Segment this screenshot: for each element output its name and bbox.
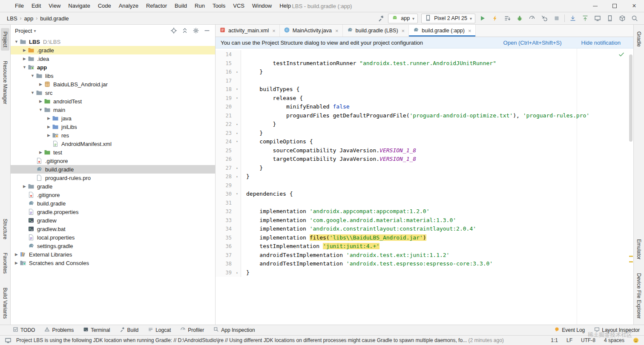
tree-toggle-icon[interactable]: ▶ [13,252,20,257]
tool-button-layout-inspector[interactable]: Layout Inspector [594,327,640,334]
update-project-button[interactable] [567,14,578,23]
tree-item-gradlew-bat[interactable]: gradlew.bat [11,225,215,233]
line-number[interactable]: 15 [216,59,233,68]
tree-toggle-icon[interactable]: ▼ [29,91,36,95]
apply-code-changes-button[interactable] [502,14,512,23]
fold-marker-icon[interactable]: ▴ [233,120,241,129]
tree-item-baidulbs-android-jar[interactable]: ▶BaiduLBS_Android.jar [11,80,215,88]
tab-close-icon[interactable]: × [402,28,405,34]
tree-item-gradle-properties[interactable]: gradle.properties [11,208,215,216]
fold-marker-icon[interactable]: ▾ [233,190,241,199]
line-number[interactable]: 27 [216,164,233,173]
search-everywhere-button[interactable] [629,14,640,23]
tool-window-button-device-file-explorer[interactable]: Device File Explorer [635,270,643,322]
tree-item-src[interactable]: ▼src [11,88,215,97]
line-number[interactable]: 38 [216,259,233,268]
warning-stripe-mark[interactable] [629,256,633,257]
menu-build[interactable]: Build [171,0,191,12]
tool-window-switcher-icon[interactable] [4,336,12,344]
menu-file[interactable]: File [11,0,28,12]
code-line[interactable]: 29 [216,181,633,190]
tree-toggle-icon[interactable]: ▶ [46,133,52,137]
code-line[interactable]: 35 implementation files('libs\\BaiduLBS_… [216,234,633,242]
tree-toggle-icon[interactable]: ▶ [13,261,20,265]
code-line[interactable]: 16▴ } [216,68,633,77]
tool-window-button-resource-manager[interactable]: Resource Manager [1,57,9,108]
tree-item-libs[interactable]: ▼libs [11,71,215,80]
code-line[interactable]: 18▾ buildTypes { [216,85,633,94]
line-number[interactable]: 30 [216,190,233,199]
breadcrumb-build-gradle[interactable]: build.gradle [39,15,69,22]
line-number[interactable]: 33 [216,216,233,225]
fold-marker-icon[interactable]: ▴ [233,68,241,77]
tree-toggle-icon[interactable]: ▶ [37,99,44,103]
close-button[interactable]: × [624,0,644,12]
tree-toggle-icon[interactable]: ▶ [21,184,28,188]
fold-marker-icon[interactable]: ▴ [233,164,241,173]
code-line[interactable]: 14 [216,50,633,59]
tab-close-icon[interactable]: × [335,28,339,34]
line-number[interactable]: 34 [216,225,233,234]
menu-window[interactable]: Window [248,0,276,12]
tree-item-settings-gradle[interactable]: settings.gradle [11,242,215,250]
sdk-manager-button[interactable] [617,14,627,23]
editor-tab-activity-main-xml[interactable]: activity_main.xml× [216,25,280,37]
code-line[interactable]: 38 androidTestImplementation 'androidx.t… [216,259,633,268]
tree-item-gitignore[interactable]: .gitignore [11,157,215,165]
line-number[interactable]: 23 [216,129,233,138]
fold-marker-icon[interactable]: ▴ [233,129,241,138]
tool-window-button-structure[interactable]: Structure [1,215,9,243]
tool-button-problems[interactable]: Problems [44,327,74,334]
tree-toggle-icon[interactable]: ▶ [46,125,52,129]
tree-item-gradle[interactable]: ▶.gradle [11,46,215,54]
commit-button[interactable] [580,14,590,23]
device-select[interactable]: Pixel 2 API 25 ▾ [421,14,475,23]
line-number[interactable]: 35 [216,234,233,242]
menu-navigate[interactable]: Navigate [64,0,94,12]
tool-button-profiler[interactable]: Profiler [180,327,204,334]
code-line[interactable]: 36 testImplementation 'junit:junit:4.+' [216,242,633,251]
tree-item-gitignore[interactable]: .gitignore [11,191,215,199]
tree-item-androidtest[interactable]: ▶androidTest [11,97,215,105]
maximize-button[interactable] [605,0,624,12]
editor-scrollbar[interactable] [629,54,632,142]
layout-inspector-button[interactable] [592,14,603,23]
menu-refactor[interactable]: Refactor [142,0,171,12]
tree-toggle-icon[interactable]: ▼ [13,40,20,44]
line-number[interactable]: 19 [216,94,233,103]
tab-close-icon[interactable]: × [468,28,472,34]
device-manager-button[interactable] [604,14,615,23]
line-number[interactable]: 18 [216,85,233,94]
code-line[interactable]: 21 proguardFiles getDefaultProguardFile(… [216,111,633,120]
tree-item-idea[interactable]: ▶.idea [11,54,215,63]
line-number[interactable]: 25 [216,146,233,155]
code-line[interactable]: 15 testInstrumentationRunner "androidx.t… [216,59,633,68]
menu-run[interactable]: Run [191,0,209,12]
tree-item-main[interactable]: ▼main [11,105,215,114]
inspections-status-icon[interactable] [618,51,625,59]
attach-debugger-button[interactable] [539,14,549,23]
profile-button[interactable] [526,14,537,23]
fold-marker-icon[interactable]: ▴ [233,268,241,277]
code-line[interactable]: 28▴} [216,172,633,181]
open-project-structure-link[interactable]: Open (Ctrl+Alt+Shift+S) [503,40,562,46]
fold-marker-icon[interactable]: ▴ [233,172,241,181]
fold-marker-icon[interactable]: ▾ [233,85,241,94]
code-line[interactable]: 24▾ compileOptions { [216,137,633,146]
tree-item-proguard-rules-pro[interactable]: proguard-rules.pro [11,174,215,182]
code-line[interactable]: 30▾dependencies { [216,190,633,199]
code-line[interactable]: 32 implementation 'androidx.appcompat:ap… [216,207,633,216]
tree-toggle-icon[interactable]: ▶ [21,57,28,61]
tool-window-button-emulator[interactable]: Emulator [635,236,643,263]
code-editor[interactable]: 1415 testInstrumentationRunner "androidx… [216,48,633,325]
code-line[interactable]: 20 minifyEnabled false [216,103,633,111]
tool-button-app-inspection[interactable]: App Inspection [213,327,255,334]
tool-button-build[interactable]: Build [120,327,139,334]
line-number[interactable]: 29 [216,181,233,190]
tree-toggle-icon[interactable]: ▼ [21,65,28,69]
tree-toggle-icon[interactable]: ▶ [21,48,28,52]
fold-marker-icon[interactable]: ▾ [233,137,241,146]
editor-tab-mainactivity-java[interactable]: CMainActivity.java× [280,25,343,37]
menu-analyze[interactable]: Analyze [115,0,142,12]
hide-panel-button[interactable] [202,26,212,35]
